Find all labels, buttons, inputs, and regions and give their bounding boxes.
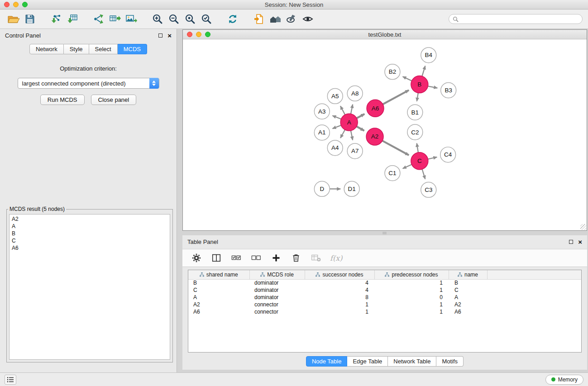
result-item[interactable]: A: [12, 223, 167, 230]
search-field[interactable]: [449, 14, 583, 24]
zoom-out-button[interactable]: [166, 11, 182, 27]
delete-table-button[interactable]: [310, 252, 322, 264]
table-row[interactable]: Bdominator41B: [188, 279, 581, 286]
close-panel-button[interactable]: ×: [167, 32, 172, 39]
resize-grip[interactable]: [580, 224, 586, 230]
graph-node-B3[interactable]: B3: [441, 83, 456, 98]
document-button[interactable]: [251, 11, 267, 27]
column-header-successor-nodes[interactable]: successor nodes: [305, 270, 374, 279]
tab-network-table[interactable]: Network Table: [388, 356, 436, 367]
table-row[interactable]: A2connector11A2: [188, 301, 581, 308]
fullscreen-window-button[interactable]: [22, 2, 28, 7]
tab-node-table[interactable]: Node Table: [306, 356, 348, 367]
graph-node-C3[interactable]: C3: [421, 182, 436, 198]
graph-node-A7[interactable]: A7: [347, 143, 363, 159]
graph-edge[interactable]: [403, 76, 412, 81]
close-window-button[interactable]: [4, 2, 10, 7]
hide-details-button[interactable]: [283, 11, 300, 27]
table-settings-button[interactable]: [191, 252, 202, 264]
network-from-selection-button[interactable]: [91, 11, 107, 27]
close-table-panel-button[interactable]: ×: [578, 238, 582, 245]
graph-node-A3[interactable]: A3: [314, 104, 330, 119]
graph-node-B[interactable]: B: [411, 76, 428, 93]
criterion-dropdown[interactable]: largest connected component (directed): [18, 78, 159, 89]
create-column-button[interactable]: [270, 252, 282, 264]
table-row[interactable]: Adominator80A: [188, 294, 581, 301]
close-panel-button-2[interactable]: Close panel: [91, 95, 137, 105]
save-session-button[interactable]: [22, 11, 38, 27]
graph-edge[interactable]: [422, 66, 425, 76]
graph-edge[interactable]: [428, 157, 437, 159]
graph-node-C2[interactable]: C2: [407, 124, 423, 140]
tab-style[interactable]: Style: [64, 44, 89, 54]
graph-edge[interactable]: [417, 93, 418, 101]
zoom-in-button[interactable]: [149, 11, 166, 27]
graph-edge[interactable]: [333, 125, 341, 129]
network-canvas[interactable]: B4B2BB3A5A8A6B1A3AC2A1A2A4A7C4CC1C3DD1: [183, 39, 587, 230]
graph-node-C1[interactable]: C1: [385, 166, 400, 181]
column-header-name[interactable]: name: [449, 270, 487, 279]
graph-edge[interactable]: [332, 116, 341, 119]
column-header-shared-name[interactable]: shared name: [188, 270, 249, 279]
network-canvas-svg[interactable]: B4B2BB3A5A8A6B1A3AC2A1A2A4A7C4CC1C3DD1: [183, 39, 587, 230]
minimize-window-button[interactable]: [13, 2, 19, 7]
import-network-button[interactable]: [48, 11, 64, 27]
home-button[interactable]: [267, 11, 283, 27]
graph-node-B2[interactable]: B2: [385, 64, 400, 80]
deselect-all-columns-button[interactable]: [250, 252, 262, 264]
graph-edge[interactable]: [382, 141, 409, 155]
float-panel-button[interactable]: [158, 33, 163, 38]
image-export-button[interactable]: [123, 11, 139, 27]
graph-edge[interactable]: [351, 131, 353, 140]
result-item[interactable]: C: [12, 237, 167, 244]
open-file-button[interactable]: [5, 11, 22, 27]
tab-select[interactable]: Select: [89, 44, 118, 54]
column-header-predecessor-nodes[interactable]: predecessor nodes: [374, 270, 449, 279]
select-all-columns-button[interactable]: [230, 252, 242, 264]
run-mcds-button[interactable]: Run MCDS: [40, 95, 85, 105]
tab-mcds[interactable]: MCDS: [118, 44, 147, 54]
network-maximize-button[interactable]: [205, 32, 210, 37]
graph-node-B4[interactable]: B4: [421, 48, 436, 63]
mcds-result-list[interactable]: A2 A B C A6: [9, 214, 170, 360]
graph-node-D[interactable]: D: [314, 181, 330, 197]
graph-edge[interactable]: [383, 90, 409, 104]
task-history-button[interactable]: [5, 375, 16, 385]
graph-edge[interactable]: [340, 130, 345, 138]
show-details-button[interactable]: [300, 11, 316, 27]
graph-node-A4[interactable]: A4: [327, 140, 343, 156]
splitter-handle[interactable]: [382, 232, 387, 234]
search-input[interactable]: [461, 16, 578, 22]
zoom-fit-button[interactable]: [182, 11, 198, 27]
graph-node-A1[interactable]: A1: [314, 125, 330, 140]
graph-node-B1[interactable]: B1: [407, 105, 423, 120]
column-header-mcds-role[interactable]: MCDS role: [249, 270, 305, 279]
graph-edge[interactable]: [351, 105, 353, 114]
graph-node-D1[interactable]: D1: [344, 181, 359, 197]
fx-function-button[interactable]: f(x): [330, 254, 342, 262]
result-item[interactable]: A2: [12, 215, 167, 223]
float-table-panel-button[interactable]: [569, 240, 573, 244]
graph-edge[interactable]: [422, 169, 425, 179]
memory-button[interactable]: Memory: [545, 375, 583, 385]
node-table-container[interactable]: shared name MCDS role successor nodes pr…: [188, 270, 582, 353]
zoom-selected-button[interactable]: [198, 11, 215, 27]
graph-node-A2[interactable]: A2: [366, 128, 383, 145]
result-item[interactable]: B: [12, 230, 167, 237]
graph-edge[interactable]: [403, 164, 412, 168]
tab-edge-table[interactable]: Edge Table: [347, 356, 388, 367]
graph-edge[interactable]: [357, 114, 364, 118]
graph-node-C[interactable]: C: [411, 152, 428, 170]
table-row[interactable]: A6connector11A6: [188, 308, 581, 315]
graph-edge[interactable]: [340, 106, 345, 114]
import-table-button[interactable]: [64, 11, 81, 27]
graph-edge[interactable]: [357, 126, 364, 130]
graph-node-A8[interactable]: A8: [347, 86, 363, 101]
table-row[interactable]: Cdominator41C: [188, 286, 581, 294]
refresh-layout-button[interactable]: [225, 11, 241, 27]
network-window-titlebar[interactable]: testGlobe.txt: [183, 30, 587, 39]
graph-node-A5[interactable]: A5: [327, 88, 343, 104]
split-panel-button[interactable]: [210, 252, 222, 264]
graph-node-A[interactable]: A: [340, 114, 358, 131]
graph-edge[interactable]: [417, 143, 418, 152]
